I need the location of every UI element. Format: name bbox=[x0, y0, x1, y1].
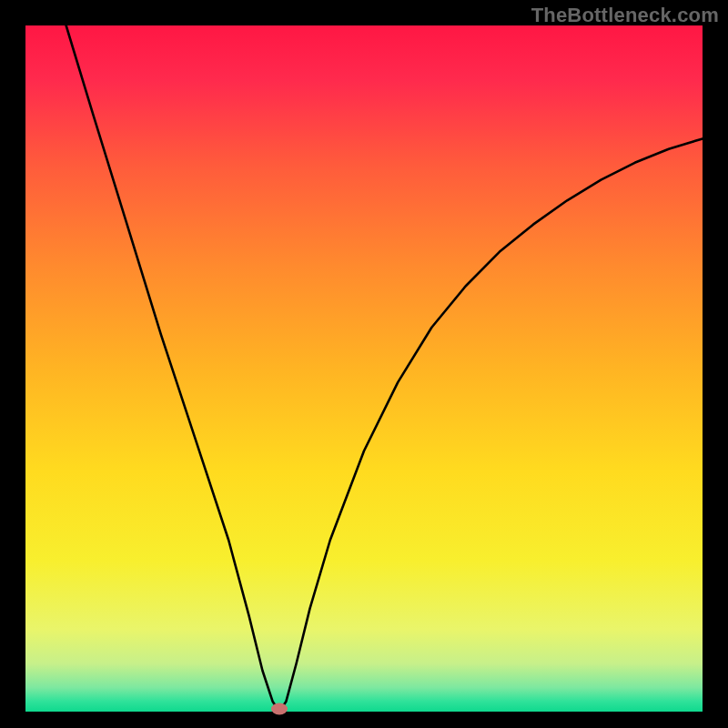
watermark-text: TheBottleneck.com bbox=[531, 4, 719, 27]
optimal-point-marker bbox=[271, 703, 288, 715]
bottleneck-chart bbox=[0, 0, 728, 728]
chart-frame: { "watermark": "TheBottleneck.com", "cha… bbox=[0, 0, 728, 728]
plot-background bbox=[25, 25, 703, 712]
